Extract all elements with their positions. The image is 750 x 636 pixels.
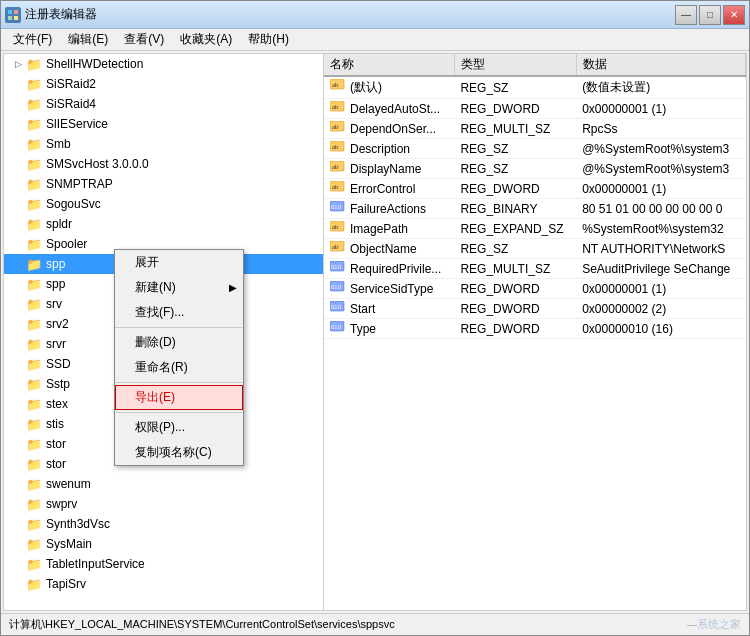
tree-item-label: Synth3dVsc bbox=[46, 517, 110, 531]
expand-icon bbox=[12, 578, 24, 590]
window-controls: — □ ✕ bbox=[675, 5, 745, 25]
svg-text:ab: ab bbox=[332, 223, 339, 231]
table-row[interactable]: 010RequiredPrivile...REG_MULTI_SZSeAudit… bbox=[324, 259, 746, 279]
folder-icon: 📁 bbox=[26, 257, 42, 271]
reg-name-cell: abErrorControl bbox=[324, 179, 454, 199]
ctx-delete[interactable]: 删除(D) bbox=[115, 330, 243, 355]
tree-item[interactable]: 📁SMSvcHost 3.0.0.0 bbox=[4, 154, 323, 174]
menu-help[interactable]: 帮助(H) bbox=[240, 29, 297, 50]
registry-values-panel: 名称 类型 数据 ab(默认)REG_SZ(数值未设置)abDelayedAut… bbox=[324, 54, 746, 610]
tree-item[interactable]: 📁swprv bbox=[4, 494, 323, 514]
reg-name-cell: abDisplayName bbox=[324, 159, 454, 179]
col-data[interactable]: 数据 bbox=[576, 54, 745, 76]
table-row[interactable]: abDescriptionREG_SZ@%SystemRoot%\system3 bbox=[324, 139, 746, 159]
maximize-button[interactable]: □ bbox=[699, 5, 721, 25]
tree-item[interactable]: 📁SiSRaid4 bbox=[4, 94, 323, 114]
tree-item-label: ShellHWDetection bbox=[46, 57, 143, 71]
reg-type-icon: ab bbox=[330, 181, 346, 193]
svg-text:010: 010 bbox=[331, 324, 342, 330]
tree-item[interactable]: 📁TapiSrv bbox=[4, 574, 323, 594]
main-content: ▷📁ShellHWDetection📁SiSRaid2📁SiSRaid4📁SlI… bbox=[3, 53, 747, 611]
reg-data-cell: 0x00000010 (16) bbox=[576, 319, 745, 339]
tree-item[interactable]: 📁SogouSvc bbox=[4, 194, 323, 214]
col-name[interactable]: 名称 bbox=[324, 54, 454, 76]
registry-path: 计算机\HKEY_LOCAL_MACHINE\SYSTEM\CurrentCon… bbox=[9, 617, 395, 632]
ctx-expand[interactable]: 展开 bbox=[115, 250, 243, 275]
table-row[interactable]: abDisplayNameREG_SZ@%SystemRoot%\system3 bbox=[324, 159, 746, 179]
reg-type-cell: REG_SZ bbox=[454, 159, 576, 179]
tree-item[interactable]: 📁Smb bbox=[4, 134, 323, 154]
svg-text:ab: ab bbox=[332, 143, 339, 151]
ctx-separator-1 bbox=[115, 327, 243, 328]
values-table-container[interactable]: 名称 类型 数据 ab(默认)REG_SZ(数值未设置)abDelayedAut… bbox=[324, 54, 746, 610]
svg-rect-2 bbox=[8, 16, 12, 20]
reg-type-cell: REG_MULTI_SZ bbox=[454, 259, 576, 279]
reg-type-icon: ab bbox=[330, 161, 346, 173]
registry-tree-panel[interactable]: ▷📁ShellHWDetection📁SiSRaid2📁SiSRaid4📁SlI… bbox=[4, 54, 324, 610]
tree-item[interactable]: 📁SysMain bbox=[4, 534, 323, 554]
tree-item[interactable]: 📁SNMPTRAP bbox=[4, 174, 323, 194]
tree-item-label: Spooler bbox=[46, 237, 87, 251]
folder-icon: 📁 bbox=[26, 97, 42, 111]
window-title: 注册表编辑器 bbox=[25, 6, 675, 23]
folder-icon: 📁 bbox=[26, 157, 42, 171]
reg-name-cell: 010RequiredPrivile... bbox=[324, 259, 454, 279]
svg-text:ab: ab bbox=[332, 123, 339, 131]
menu-favorites[interactable]: 收藏夹(A) bbox=[172, 29, 240, 50]
folder-icon: 📁 bbox=[26, 197, 42, 211]
expand-icon bbox=[12, 398, 24, 410]
tree-item[interactable]: 📁SiSRaid2 bbox=[4, 74, 323, 94]
tree-item[interactable]: ▷📁ShellHWDetection bbox=[4, 54, 323, 74]
col-type[interactable]: 类型 bbox=[454, 54, 576, 76]
tree-item[interactable]: 📁TabletInputService bbox=[4, 554, 323, 574]
expand-icon bbox=[12, 158, 24, 170]
ctx-find[interactable]: 查找(F)... bbox=[115, 300, 243, 325]
reg-type-cell: REG_DWORD bbox=[454, 179, 576, 199]
reg-type-cell: REG_DWORD bbox=[454, 99, 576, 119]
ctx-copy-name[interactable]: 复制项名称(C) bbox=[115, 440, 243, 465]
registry-editor-window: 注册表编辑器 — □ ✕ 文件(F) 编辑(E) 查看(V) 收藏夹(A) 帮助… bbox=[0, 0, 750, 636]
table-row[interactable]: abErrorControlREG_DWORD0x00000001 (1) bbox=[324, 179, 746, 199]
minimize-button[interactable]: — bbox=[675, 5, 697, 25]
title-bar: 注册表编辑器 — □ ✕ bbox=[1, 1, 749, 29]
folder-icon: 📁 bbox=[26, 517, 42, 531]
expand-icon bbox=[12, 378, 24, 390]
reg-type-icon: ab bbox=[330, 121, 346, 133]
table-row[interactable]: abObjectNameREG_SZNT AUTHORITY\NetworkS bbox=[324, 239, 746, 259]
expand-icon bbox=[12, 198, 24, 210]
ctx-permissions[interactable]: 权限(P)... bbox=[115, 415, 243, 440]
reg-type-cell: REG_SZ bbox=[454, 139, 576, 159]
reg-type-cell: REG_DWORD bbox=[454, 299, 576, 319]
expand-icon bbox=[12, 518, 24, 530]
expand-icon bbox=[12, 538, 24, 550]
expand-icon bbox=[12, 458, 24, 470]
ctx-new[interactable]: 新建(N)▶ bbox=[115, 275, 243, 300]
close-button[interactable]: ✕ bbox=[723, 5, 745, 25]
tree-item[interactable]: 📁swenum bbox=[4, 474, 323, 494]
svg-rect-0 bbox=[8, 10, 12, 14]
expand-icon bbox=[12, 418, 24, 430]
menu-file[interactable]: 文件(F) bbox=[5, 29, 60, 50]
table-row[interactable]: 010FailureActionsREG_BINARY80 51 01 00 0… bbox=[324, 199, 746, 219]
menu-edit[interactable]: 编辑(E) bbox=[60, 29, 116, 50]
tree-item-label: stor bbox=[46, 457, 66, 471]
table-row[interactable]: 010ServiceSidTypeREG_DWORD0x00000001 (1) bbox=[324, 279, 746, 299]
ctx-export[interactable]: 导出(E) bbox=[115, 385, 243, 410]
table-row[interactable]: abImagePathREG_EXPAND_SZ%SystemRoot%\sys… bbox=[324, 219, 746, 239]
table-row[interactable]: 010TypeREG_DWORD0x00000010 (16) bbox=[324, 319, 746, 339]
expand-icon bbox=[12, 118, 24, 130]
tree-item[interactable]: 📁SlIEService bbox=[4, 114, 323, 134]
folder-icon: 📁 bbox=[26, 137, 42, 151]
expand-icon bbox=[12, 318, 24, 330]
table-row[interactable]: abDependOnSer...REG_MULTI_SZRpcSs bbox=[324, 119, 746, 139]
folder-icon: 📁 bbox=[26, 537, 42, 551]
folder-icon: 📁 bbox=[26, 117, 42, 131]
menu-view[interactable]: 查看(V) bbox=[116, 29, 172, 50]
tree-item[interactable]: 📁spldr bbox=[4, 214, 323, 234]
tree-item-label: Smb bbox=[46, 137, 71, 151]
table-row[interactable]: abDelayedAutoSt...REG_DWORD0x00000001 (1… bbox=[324, 99, 746, 119]
tree-item[interactable]: 📁Synth3dVsc bbox=[4, 514, 323, 534]
ctx-rename[interactable]: 重命名(R) bbox=[115, 355, 243, 380]
table-row[interactable]: ab(默认)REG_SZ(数值未设置) bbox=[324, 76, 746, 99]
table-row[interactable]: 010StartREG_DWORD0x00000002 (2) bbox=[324, 299, 746, 319]
